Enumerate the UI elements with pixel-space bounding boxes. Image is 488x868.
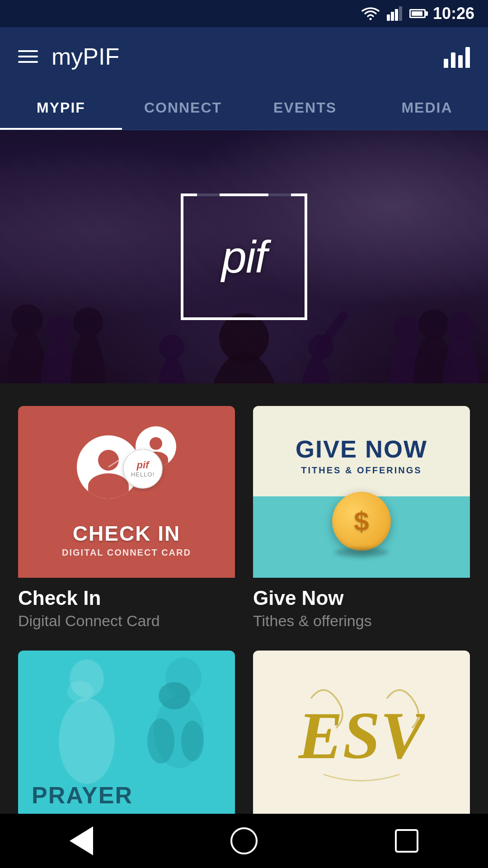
battery-icon (409, 9, 426, 18)
svg-point-8 (71, 331, 105, 383)
givenow-card[interactable]: GIVE NOW TITHES & OFFERINGS $ Give Now T… (253, 406, 470, 632)
prayer-card-image: PRAYER (18, 651, 235, 822)
svg-rect-3 (399, 6, 402, 21)
svg-point-15 (446, 312, 475, 341)
checkin-title: Check In (18, 587, 235, 609)
svg-rect-2 (395, 9, 398, 21)
svg-point-27 (159, 682, 190, 709)
stats-button[interactable] (444, 45, 470, 68)
svg-point-18 (156, 356, 188, 383)
signal-icon (387, 6, 402, 21)
svg-point-32 (59, 698, 115, 784)
status-bar: 10:26 (0, 0, 488, 27)
status-time: 10:26 (433, 4, 474, 23)
home-icon (230, 827, 258, 854)
givenow-card-label: Give Now Tithes & offerings (253, 578, 470, 632)
givenow-bottom-section: $ (253, 496, 470, 578)
menu-button[interactable] (18, 50, 38, 63)
svg-line-23 (108, 447, 140, 467)
svg-text:ESV: ESV (298, 698, 425, 773)
givenow-top-section: GIVE NOW TITHES & OFFERINGS (286, 406, 436, 496)
givenow-card-image: GIVE NOW TITHES & OFFERINGS $ (253, 406, 470, 578)
wifi-icon (361, 6, 380, 21)
checkin-card[interactable]: pif HELLO! CHECK IN DIGITAL CONNECT CARD… (18, 406, 235, 632)
tab-connect[interactable]: CONNECT (122, 86, 244, 130)
coin-icon: $ (332, 492, 391, 551)
tab-events[interactable]: EVENTS (244, 86, 366, 130)
connection-lines (72, 426, 181, 517)
content-grid: pif HELLO! CHECK IN DIGITAL CONNECT CARD… (0, 383, 488, 868)
svg-point-19 (159, 335, 184, 360)
recents-icon (395, 829, 418, 853)
back-icon (70, 826, 93, 855)
recents-button[interactable] (389, 823, 425, 859)
prayer-label: PRAYER (32, 782, 133, 809)
tab-navigation: MYPIF CONNECT EVENTS MEDIA (0, 86, 488, 130)
givenow-subtitle: Tithes & offerings (253, 612, 470, 630)
tab-media[interactable]: MEDIA (366, 86, 488, 130)
svg-point-7 (45, 316, 72, 343)
checkin-subtitle: Digital Connect Card (18, 612, 235, 630)
checkin-sub-label: DIGITAL CONNECT CARD (62, 547, 191, 558)
svg-point-5 (11, 304, 43, 336)
svg-point-13 (418, 309, 449, 340)
back-button[interactable] (63, 823, 99, 859)
svg-rect-0 (387, 14, 390, 21)
svg-rect-1 (391, 12, 394, 21)
esv-card-image: ESV (253, 651, 470, 822)
svg-point-11 (393, 316, 420, 343)
givenow-title: Give Now (253, 587, 470, 609)
tab-mypif[interactable]: MYPIF (0, 86, 122, 130)
home-button[interactable] (226, 823, 262, 859)
app-header: myPIF (0, 27, 488, 86)
hero-banner: pif (0, 130, 488, 383)
esv-logo-svg: ESV (298, 673, 425, 800)
checkin-card-label: Check In Digital Connect Card (18, 578, 235, 632)
card-row-1: pif HELLO! CHECK IN DIGITAL CONNECT CARD… (18, 406, 470, 632)
checkin-labels: CHECK IN DIGITAL CONNECT CARD (62, 521, 191, 558)
svg-line-24 (140, 447, 160, 467)
svg-point-20 (300, 356, 332, 383)
pif-logo-text: pif (221, 231, 267, 283)
checkin-main-label: CHECK IN (62, 521, 191, 546)
givenow-image-title: GIVE NOW (296, 436, 427, 462)
checkin-card-image: pif HELLO! CHECK IN DIGITAL CONNECT CARD (18, 406, 235, 578)
pif-logo: pif (172, 184, 316, 329)
svg-point-9 (73, 307, 103, 337)
dollar-sign: $ (354, 506, 369, 537)
svg-point-14 (443, 336, 479, 383)
app-title: myPIF (52, 43, 444, 70)
svg-point-28 (147, 718, 174, 764)
status-icons: 10:26 (361, 4, 474, 23)
svg-point-29 (181, 721, 204, 761)
prayer-text-area: PRAYER (18, 773, 146, 822)
givenow-image-subtitle: TITHES & OFFERINGS (301, 465, 422, 476)
